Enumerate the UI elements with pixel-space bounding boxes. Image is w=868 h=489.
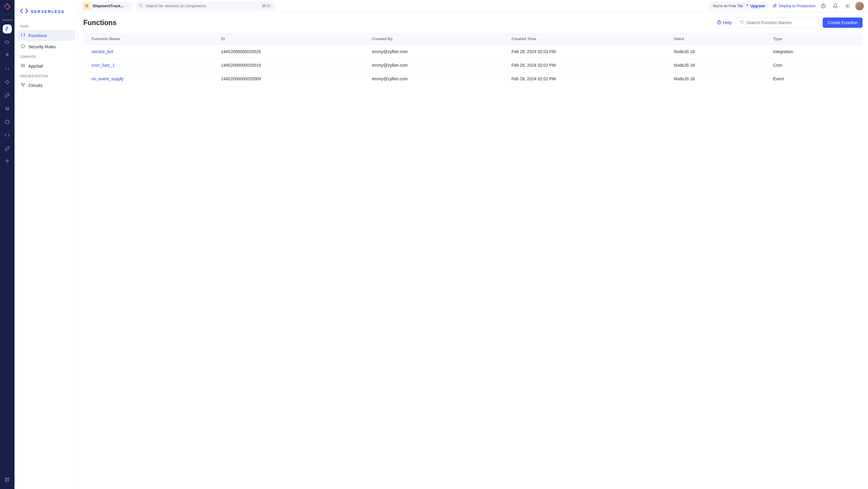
- deploy-button[interactable]: Deploy to Production: [772, 3, 815, 9]
- search-icon: [139, 3, 143, 9]
- cell-stack: NodeJS 18: [666, 72, 765, 86]
- svg-point-3: [8, 108, 8, 109]
- rail-item-serverless[interactable]: [3, 25, 12, 33]
- rail-services-label: Services: [2, 19, 13, 22]
- create-function-button[interactable]: Create Function: [823, 18, 863, 28]
- settings-icon-button[interactable]: [843, 2, 852, 10]
- functions-table: Function NameIDCreated ByCreated TimeSta…: [83, 33, 863, 86]
- cell-stack: NodeJS 18: [666, 45, 765, 59]
- cell-created_by: emmy@zylker.com: [364, 59, 504, 72]
- help-link[interactable]: Help: [717, 20, 732, 26]
- rail-item-event[interactable]: [3, 157, 12, 166]
- help-circle-icon: [717, 20, 721, 26]
- section-header: COMPUTE: [17, 52, 75, 60]
- section-header: ORCHESTRATION: [17, 71, 75, 80]
- main: S ShipmentTrack... ⌘+K You're on Free Ti…: [78, 0, 868, 489]
- svg-point-17: [719, 23, 719, 24]
- cell-stack: NodeJS 18: [666, 59, 765, 72]
- function-name-link[interactable]: cron_func_1: [84, 59, 213, 72]
- shield-icon: [21, 44, 25, 50]
- brand-text: SERVERLESS: [31, 9, 65, 14]
- rail-item-insights[interactable]: [3, 77, 12, 87]
- section-header: FAAS: [17, 22, 75, 30]
- rail-item-apps[interactable]: [3, 475, 12, 484]
- help-label: Help: [723, 20, 732, 25]
- sidebar-item-appsail[interactable]: AppSail: [17, 60, 75, 71]
- upgrade-label: Upgrade: [750, 4, 765, 8]
- rail-item-ai[interactable]: [3, 51, 12, 60]
- notifications-icon-button[interactable]: [831, 2, 840, 10]
- global-search[interactable]: ⌘+K: [136, 1, 275, 10]
- rail-divider: [3, 14, 11, 15]
- rail-item-security[interactable]: [3, 118, 12, 127]
- workspace-initial-badge: S: [83, 3, 90, 9]
- svg-point-18: [741, 21, 743, 23]
- table-header-row: Function NameIDCreated ByCreated TimeSta…: [84, 33, 863, 45]
- cell-created_by: emmy@zylker.com: [364, 72, 504, 86]
- cell-created_time: Feb 28, 2024 02:02 PM: [504, 59, 666, 72]
- svg-point-9: [24, 83, 25, 84]
- nav-rail: Services: [0, 0, 14, 489]
- chevron-down-icon: [126, 3, 129, 9]
- table-row: service_bot14452000000020026emmy@zylker.…: [84, 45, 863, 59]
- svg-point-11: [140, 4, 142, 6]
- global-search-input[interactable]: [146, 4, 258, 8]
- function-name-link[interactable]: on_event_supply: [84, 72, 213, 86]
- svg-point-10: [23, 86, 24, 87]
- product-logo: [3, 2, 11, 11]
- svg-rect-5: [8, 478, 9, 479]
- workspace-selector[interactable]: S ShipmentTrack...: [82, 1, 132, 10]
- col-id: ID: [213, 33, 364, 45]
- cell-type: Integration: [765, 45, 863, 59]
- upgrade-link[interactable]: Upgrade: [746, 4, 765, 8]
- svg-rect-6: [5, 480, 7, 482]
- svg-point-15: [847, 5, 848, 7]
- tier-chip: You're on Free Tier Upgrade: [709, 2, 769, 10]
- cell-created_time: Feb 28, 2024 02:02 PM: [504, 72, 666, 86]
- cell-created_by: emmy@zylker.com: [364, 45, 504, 59]
- braces-icon: [21, 33, 25, 38]
- rail-item-bot[interactable]: [3, 104, 12, 113]
- rail-item-pipe[interactable]: [3, 144, 12, 153]
- help-icon-button[interactable]: [819, 2, 828, 10]
- sidebar-item-functions[interactable]: Functions: [17, 30, 75, 41]
- sparkle-icon: [746, 4, 749, 8]
- sidebar-item-label: Functions: [28, 33, 47, 38]
- deploy-label: Deploy to Production: [779, 4, 815, 8]
- cell-created_time: Feb 28, 2024 02:03 PM: [504, 45, 666, 59]
- cell-id: 14452000000020019: [213, 59, 364, 72]
- svg-point-14: [823, 7, 824, 7]
- rail-item-devops[interactable]: [3, 64, 12, 73]
- search-shortcut-hint: ⌘+K: [261, 3, 272, 8]
- cell-id: 14452000000020009: [213, 72, 364, 86]
- col-created-time: Created Time: [504, 33, 666, 45]
- function-search-input[interactable]: [746, 20, 814, 25]
- sidebar-item-security-rules[interactable]: Security Rules: [17, 41, 75, 52]
- col-type: Type: [765, 33, 863, 45]
- rail-item-cloud[interactable]: [3, 38, 12, 47]
- tier-text: You're on Free Tier: [712, 4, 743, 8]
- cell-id: 14452000000020026: [213, 45, 364, 59]
- function-search[interactable]: [736, 18, 818, 28]
- cell-type: Event: [765, 72, 863, 86]
- rail-item-code[interactable]: [3, 131, 12, 140]
- flow-icon: [21, 83, 25, 88]
- sidebar-item-label: Security Rules: [28, 44, 56, 49]
- rail-item-connect[interactable]: [3, 91, 12, 100]
- cell-type: Cron: [765, 59, 863, 72]
- svg-point-8: [22, 83, 22, 84]
- functions-table-wrap: Function NameIDCreated ByCreated TimeSta…: [78, 33, 868, 86]
- brand: SERVERLESS: [17, 4, 75, 22]
- user-avatar[interactable]: [855, 2, 864, 10]
- col-stack: Stack: [666, 33, 765, 45]
- workspace-name: ShipmentTrack...: [92, 4, 124, 8]
- table-row: on_event_supply14452000000020009emmy@zyl…: [84, 72, 863, 86]
- rocket-icon: [772, 3, 777, 9]
- sidebar-item-circuits[interactable]: Circuits: [17, 80, 75, 91]
- svg-point-2: [6, 108, 7, 109]
- function-name-link[interactable]: service_bot: [84, 45, 213, 59]
- sidebar-item-label: AppSail: [28, 64, 43, 68]
- col-function-name: Function Name: [84, 33, 213, 45]
- topbar: S ShipmentTrack... ⌘+K You're on Free Ti…: [78, 0, 868, 12]
- sidebar-item-label: Circuits: [28, 83, 42, 88]
